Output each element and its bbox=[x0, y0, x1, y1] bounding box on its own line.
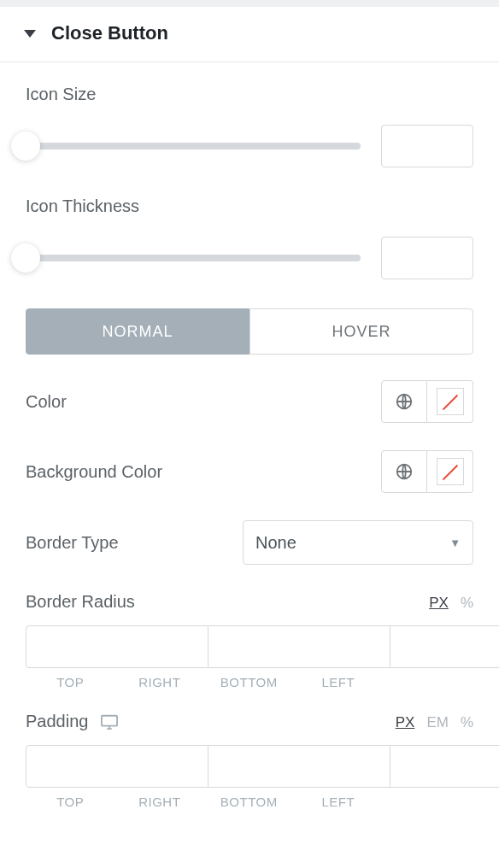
chevron-down-icon: ▼ bbox=[449, 537, 461, 549]
icon-size-input[interactable] bbox=[381, 125, 473, 167]
background-color-label: Background Color bbox=[26, 462, 162, 482]
globe-icon bbox=[395, 462, 414, 481]
section-header[interactable]: Close Button bbox=[0, 7, 499, 62]
padding-right-sublabel: RIGHT bbox=[115, 795, 205, 809]
border-radius-bottom-sublabel: BOTTOM bbox=[204, 675, 294, 689]
padding-bottom-input[interactable] bbox=[390, 745, 499, 788]
border-type-select[interactable]: None ▼ bbox=[243, 520, 473, 565]
padding-bottom-sublabel: BOTTOM bbox=[204, 795, 294, 809]
border-radius-left-sublabel: LEFT bbox=[294, 675, 384, 689]
border-type-row: Border Type None ▼ bbox=[26, 520, 473, 565]
padding-left-sublabel: LEFT bbox=[294, 795, 384, 809]
color-global-button[interactable] bbox=[381, 380, 427, 423]
padding-label: Padding bbox=[26, 712, 88, 731]
icon-thickness-slider-thumb[interactable] bbox=[11, 243, 40, 273]
border-radius-unit-percent[interactable]: % bbox=[461, 595, 473, 612]
border-radius-right-sublabel: RIGHT bbox=[115, 675, 205, 689]
icon-thickness-input[interactable] bbox=[381, 237, 473, 279]
panel-body: Icon Size Icon Thickness NORMAL HOVER Co… bbox=[0, 62, 499, 848]
border-radius-sublabels: TOP RIGHT BOTTOM LEFT bbox=[26, 675, 473, 689]
icon-size-slider-thumb[interactable] bbox=[11, 132, 40, 161]
icon-thickness-row bbox=[26, 237, 473, 279]
panel-topbar bbox=[0, 0, 499, 7]
icon-size-slider[interactable] bbox=[26, 143, 361, 150]
padding-inputs bbox=[26, 745, 473, 788]
background-color-row: Background Color bbox=[26, 450, 473, 493]
tab-hover[interactable]: HOVER bbox=[250, 308, 473, 355]
background-color-swatch-button[interactable] bbox=[427, 450, 473, 493]
border-radius-header: Border Radius PX % bbox=[26, 592, 473, 612]
color-row: Color bbox=[26, 380, 473, 423]
border-radius-bottom-input[interactable] bbox=[390, 625, 499, 668]
padding-unit-px[interactable]: PX bbox=[396, 714, 415, 731]
desktop-icon[interactable] bbox=[100, 713, 119, 730]
section-title: Close Button bbox=[51, 22, 168, 44]
icon-size-label: Icon Size bbox=[26, 85, 473, 104]
no-color-icon bbox=[437, 458, 464, 485]
border-radius-top-sublabel: TOP bbox=[26, 675, 115, 689]
padding-right-input[interactable] bbox=[208, 745, 390, 788]
padding-sublabels: TOP RIGHT BOTTOM LEFT bbox=[26, 795, 473, 809]
icon-thickness-label: Icon Thickness bbox=[26, 196, 473, 216]
icon-size-row bbox=[26, 125, 473, 167]
padding-unit-em[interactable]: EM bbox=[426, 714, 449, 731]
color-swatch-button[interactable] bbox=[427, 380, 473, 423]
color-controls bbox=[381, 380, 473, 423]
padding-header: Padding PX EM % bbox=[26, 712, 473, 731]
color-label: Color bbox=[26, 392, 67, 412]
svg-rect-2 bbox=[102, 715, 117, 725]
padding-top-sublabel: TOP bbox=[26, 795, 115, 809]
border-type-label: Border Type bbox=[26, 533, 119, 553]
tab-normal[interactable]: NORMAL bbox=[26, 308, 250, 355]
border-radius-unit-px[interactable]: PX bbox=[429, 595, 449, 612]
padding-top-input[interactable] bbox=[26, 745, 208, 788]
globe-icon bbox=[395, 392, 414, 411]
no-color-icon bbox=[437, 388, 464, 415]
border-radius-inputs bbox=[26, 625, 473, 668]
background-color-controls bbox=[381, 450, 473, 493]
border-radius-top-input[interactable] bbox=[26, 625, 208, 668]
caret-down-icon bbox=[24, 30, 36, 38]
padding-units: PX EM % bbox=[396, 714, 473, 731]
border-type-value: None bbox=[255, 533, 296, 553]
border-radius-label: Border Radius bbox=[26, 592, 135, 612]
border-radius-units: PX % bbox=[429, 595, 473, 612]
icon-thickness-slider[interactable] bbox=[26, 255, 361, 261]
padding-unit-percent[interactable]: % bbox=[461, 714, 473, 731]
state-tabs: NORMAL HOVER bbox=[26, 308, 473, 355]
border-radius-right-input[interactable] bbox=[208, 625, 390, 668]
background-color-global-button[interactable] bbox=[381, 450, 427, 493]
